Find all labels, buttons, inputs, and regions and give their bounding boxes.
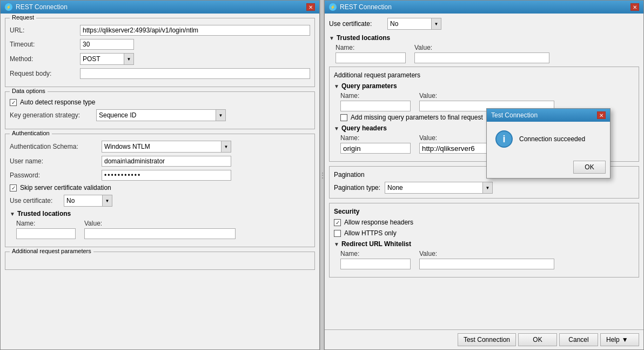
help-button[interactable]: Help ▼ [600, 333, 639, 346]
dialog-close-button[interactable]: ✕ [597, 111, 606, 119]
redirect-nv-row: Name: Value: [334, 250, 634, 269]
trusted-name-input-right[interactable] [336, 52, 406, 63]
right-window-title: REST Connection [340, 3, 392, 11]
pagination-type-label: Pagination type: [334, 184, 380, 191]
trusted-name-label-right: Name: [336, 44, 406, 51]
dialog-message: Connection succeeded [519, 135, 585, 143]
right-use-cert-arrow[interactable]: ▼ [431, 18, 441, 29]
redirect-whitelist-arrow: ▼ [334, 241, 339, 247]
left-close-button[interactable]: ✕ [306, 3, 315, 11]
method-value: POST [81, 55, 124, 63]
trusted-locations-title-left: Trusted locations [17, 210, 71, 217]
trusted-nv-right: Name: Value: [329, 44, 639, 63]
request-body-input[interactable] [80, 68, 310, 79]
use-cert-value: No [64, 197, 102, 204]
left-window-title: REST Connection [16, 3, 68, 11]
password-label: Password: [10, 171, 102, 179]
authentication-section: Authentication Authentication Schema: Wi… [5, 134, 315, 247]
right-use-cert-dropdown[interactable]: No ▼ [387, 18, 441, 30]
trusted-value-label-left: Value: [84, 220, 236, 227]
trusted-value-label-right: Value: [414, 44, 549, 51]
dialog-ok-button[interactable]: OK [573, 161, 606, 174]
right-bottom-bar: Test Connection OK Cancel Help ▼ [325, 329, 643, 349]
method-dropdown-arrow[interactable]: ▼ [124, 54, 133, 64]
allow-response-checkbox[interactable]: ✓ [334, 219, 341, 226]
test-connection-button[interactable]: Test Connection [458, 333, 516, 346]
trusted-locations-title-right: Trusted locations [337, 34, 390, 42]
key-gen-arrow[interactable]: ▼ [216, 110, 225, 121]
right-title-bar: ⚡ REST Connection ✕ [325, 1, 643, 14]
add-missing-checkbox[interactable] [340, 114, 347, 121]
help-arrow: ▼ [622, 336, 628, 344]
key-gen-dropdown[interactable]: Sequence ID ▼ [96, 109, 226, 121]
use-cert-arrow[interactable]: ▼ [102, 195, 112, 206]
trusted-locations-arrow-right: ▼ [329, 35, 334, 41]
right-window-icon: ⚡ [329, 3, 337, 11]
ok-button[interactable]: OK [518, 333, 557, 346]
url-label: URL: [10, 27, 80, 34]
query-headers-arrow: ▼ [334, 126, 339, 131]
request-body-label: Request body: [10, 70, 80, 77]
trusted-name-input-left[interactable] [16, 228, 76, 239]
qp-name-input[interactable] [340, 101, 411, 111]
method-dropdown[interactable]: POST ▼ [80, 53, 134, 65]
pagination-type-arrow[interactable]: ▼ [482, 182, 492, 193]
query-headers-title: Query headers [341, 124, 387, 132]
auto-detect-row: ✓ Auto detect response type [10, 98, 310, 106]
security-title: Security [334, 208, 634, 215]
data-options-title: Data options [10, 88, 48, 94]
left-window-content: Request URL: Timeout: Method: [1, 14, 319, 349]
right-use-cert-value: No [388, 20, 431, 28]
timeout-label: Timeout: [10, 41, 80, 48]
redirect-whitelist-header[interactable]: ▼ Redirect URL Whitelist [334, 240, 634, 248]
auto-detect-checkbox[interactable]: ✓ [10, 99, 17, 106]
auth-schema-dropdown[interactable]: Windows NTLM ▼ [102, 141, 231, 153]
additional-params-title: Additional request parameters [334, 71, 634, 79]
cancel-button[interactable]: Cancel [559, 333, 598, 346]
method-label: Method: [10, 55, 80, 63]
right-close-button[interactable]: ✕ [630, 3, 639, 11]
dialog-title-bar: Test Connection ✕ [487, 109, 610, 122]
timeout-input[interactable] [80, 39, 134, 50]
qp-name-label: Name: [340, 92, 411, 100]
skip-cert-checkbox[interactable]: ✓ [10, 184, 17, 191]
redirect-name-input[interactable] [340, 259, 411, 269]
url-input[interactable] [80, 25, 310, 36]
password-input[interactable] [102, 170, 231, 181]
test-connection-dialog: Test Connection ✕ i Connection succeeded… [486, 108, 611, 179]
trusted-value-input-right[interactable] [414, 52, 549, 63]
trusted-value-input-left[interactable] [84, 228, 236, 239]
right-use-cert-row: Use certificate: No ▼ [329, 18, 639, 30]
auth-schema-arrow[interactable]: ▼ [221, 141, 231, 152]
auth-schema-row: Authentication Schema: Windows NTLM ▼ [10, 141, 310, 153]
pagination-type-dropdown[interactable]: None ▼ [385, 182, 493, 194]
dialog-overlay: Test Connection ✕ i Connection succeeded… [486, 108, 611, 179]
right-use-cert-label: Use certificate: [329, 20, 383, 28]
query-params-title: Query parameters [341, 82, 397, 90]
allow-https-label: Allow HTTPS only [344, 229, 397, 237]
auth-schema-value: Windows NTLM [102, 143, 221, 150]
qh-name-input[interactable] [340, 143, 411, 154]
query-params-header[interactable]: ▼ Query parameters [334, 82, 634, 90]
add-missing-label: Add missing query parameters to final re… [351, 114, 483, 121]
redirect-value-input[interactable] [419, 259, 554, 269]
dialog-content: i Connection succeeded [487, 122, 610, 156]
username-input[interactable] [102, 156, 231, 167]
trusted-locations-header[interactable]: ▼ Trusted locations [10, 210, 310, 217]
use-cert-dropdown[interactable]: No ▼ [64, 195, 112, 207]
request-body-row: Request body: [10, 68, 310, 79]
url-row: URL: [10, 25, 310, 36]
trusted-locations-header-right[interactable]: ▼ Trusted locations [329, 34, 639, 42]
allow-response-row: ✓ Allow response headers [334, 219, 634, 226]
use-cert-row: Use certificate: No ▼ [10, 195, 310, 207]
help-label: Help [606, 336, 620, 344]
username-label: User name: [10, 157, 102, 165]
redirect-whitelist-title: Redirect URL Whitelist [341, 240, 411, 248]
left-window-icon: ⚡ [5, 3, 12, 11]
redirect-whitelist-section: ▼ Redirect URL Whitelist Name: Value: [334, 240, 634, 269]
qh-name-label: Name: [340, 134, 411, 142]
allow-https-checkbox[interactable] [334, 230, 341, 237]
username-row: User name: [10, 156, 310, 167]
dialog-title: Test Connection [491, 111, 538, 119]
qp-value-label: Value: [419, 92, 554, 100]
